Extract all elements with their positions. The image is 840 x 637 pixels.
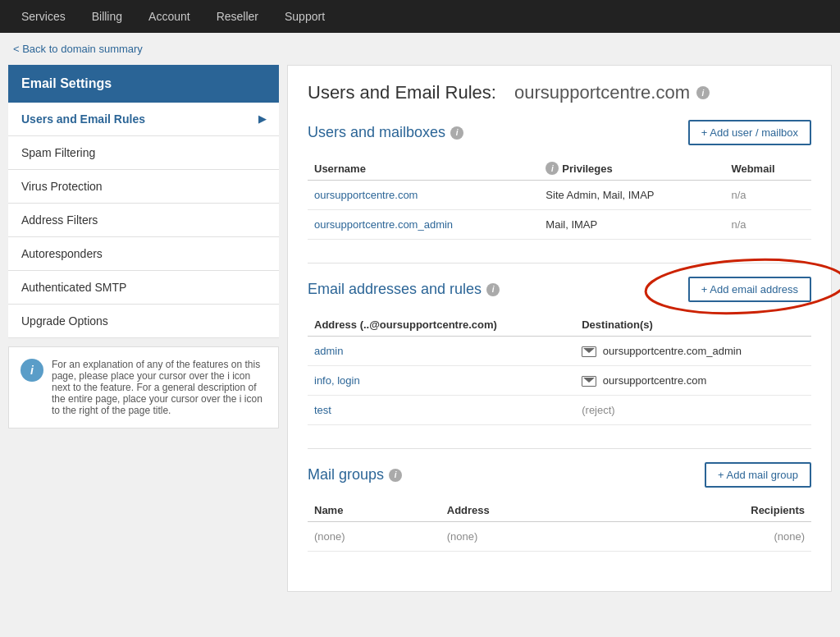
divider (308, 448, 811, 449)
nav-account[interactable]: Account (135, 0, 203, 33)
mail-groups-info-icon[interactable]: i (389, 469, 402, 482)
email-rules-info-icon[interactable]: i (486, 283, 500, 296)
sidebar-item-label: Spam Filtering (21, 146, 95, 159)
email-address-link[interactable]: info, login (314, 374, 360, 387)
user-privileges: Mail, IMAP (539, 210, 724, 240)
top-navigation: Services Billing Account Reseller Suppor… (0, 0, 840, 33)
sidebar-item-label: Users and Email Rules (21, 112, 145, 126)
sidebar-item-virus-protection[interactable]: Virus Protection (8, 170, 279, 204)
sidebar-item-upgrade-options[interactable]: Upgrade Options (8, 305, 279, 338)
users-table: Username i Privileges Webmail oursupport… (308, 157, 811, 240)
sidebar-title: Email Settings (8, 65, 279, 103)
sidebar-item-autoresponders[interactable]: Autoresponders (8, 237, 279, 271)
user-link[interactable]: oursupportcentre.com_admin (314, 218, 453, 231)
col-address: Address (..@oursupportcentre.com) (308, 314, 575, 337)
main-layout: Email Settings Users and Email Rules ▶ S… (0, 65, 840, 608)
email-addresses-header: Email addresses and rules i + Add email … (308, 277, 811, 302)
table-row: admin oursupportcentre.com_admin (308, 337, 811, 366)
table-row: info, login oursupportcentre.com (308, 366, 811, 396)
mail-groups-section: Mail groups i + Add mail group Name Addr… (308, 462, 811, 552)
email-destination: oursupportcentre.com_admin (575, 337, 811, 366)
add-email-address-button[interactable]: + Add email address (688, 277, 811, 302)
table-row: (none) (none) (none) (308, 522, 811, 552)
sidebar-item-label: Address Filters (21, 213, 98, 227)
add-user-mailbox-button[interactable]: + Add user / mailbox (688, 120, 811, 145)
mail-icon (582, 346, 596, 357)
table-row: oursupportcentre.com Site Admin, Mail, I… (308, 181, 811, 210)
email-addresses-section: Email addresses and rules i + Add email … (308, 277, 811, 425)
user-privileges: Site Admin, Mail, IMAP (539, 181, 724, 210)
email-addresses-title: Email addresses and rules i (308, 281, 500, 298)
col-webmail: Webmail (724, 157, 811, 181)
group-recipients: (none) (609, 522, 811, 552)
sidebar-item-authenticated-smtp[interactable]: Authenticated SMTP (8, 271, 279, 305)
group-address: (none) (441, 522, 609, 552)
privileges-info-icon[interactable]: i (546, 162, 559, 175)
sidebar: Email Settings Users and Email Rules ▶ S… (8, 65, 279, 592)
page-title-info-icon[interactable]: i (696, 86, 710, 99)
sidebar-item-label: Upgrade Options (21, 314, 108, 328)
mail-groups-title: Mail groups i (308, 466, 402, 483)
users-mailboxes-section: Users and mailboxes i + Add user / mailb… (308, 120, 811, 240)
mail-groups-header: Mail groups i + Add mail group (308, 462, 811, 488)
col-username: Username (308, 157, 539, 181)
col-name: Name (308, 499, 441, 522)
table-row: test (reject) (308, 396, 811, 425)
nav-billing[interactable]: Billing (79, 0, 135, 33)
nav-reseller[interactable]: Reseller (203, 0, 272, 33)
chevron-right-icon: ▶ (258, 113, 266, 125)
col-address: Address (441, 499, 609, 522)
add-mail-group-button[interactable]: + Add mail group (705, 462, 811, 488)
info-icon: i (21, 359, 43, 382)
group-name: (none) (308, 522, 441, 552)
col-destination: Destination(s) (575, 314, 811, 337)
sidebar-item-users-email-rules[interactable]: Users and Email Rules ▶ (8, 103, 279, 136)
col-recipients: Recipients (609, 499, 811, 522)
oval-annotation: + Add email address (688, 277, 811, 302)
sidebar-info-box: i For an explanation of any of the featu… (8, 346, 279, 428)
email-addresses-table: Address (..@oursupportcentre.com) Destin… (308, 314, 811, 425)
user-webmail: n/a (724, 210, 811, 240)
user-webmail: n/a (724, 181, 811, 210)
nav-services[interactable]: Services (8, 0, 79, 33)
users-mailboxes-info-icon[interactable]: i (450, 126, 463, 140)
sidebar-item-label: Authenticated SMTP (21, 281, 126, 294)
table-row: oursupportcentre.com_admin Mail, IMAP n/… (308, 210, 811, 240)
divider (308, 263, 811, 264)
sidebar-item-spam-filtering[interactable]: Spam Filtering (8, 136, 279, 170)
sidebar-info-text: For an explanation of any of the feature… (52, 359, 267, 416)
sidebar-item-label: Virus Protection (21, 180, 103, 193)
page-title: Users and Email Rules: oursupportcentre.… (308, 82, 811, 103)
users-mailboxes-header: Users and mailboxes i + Add user / mailb… (308, 120, 811, 145)
sidebar-item-address-filters[interactable]: Address Filters (8, 204, 279, 237)
users-mailboxes-title: Users and mailboxes i (308, 124, 463, 141)
email-destination: (reject) (575, 396, 811, 425)
breadcrumb: < Back to domain summary (0, 33, 840, 65)
mail-groups-table: Name Address Recipients (none) (none) (n… (308, 499, 811, 552)
back-link[interactable]: < Back to domain summary (13, 43, 143, 55)
col-privileges: i Privileges (539, 157, 724, 181)
main-content: Users and Email Rules: oursupportcentre.… (287, 65, 832, 592)
email-address-link[interactable]: test (314, 404, 331, 416)
email-destination: oursupportcentre.com (575, 366, 811, 396)
sidebar-item-label: Autoresponders (21, 247, 103, 260)
mail-icon (582, 376, 596, 387)
user-link[interactable]: oursupportcentre.com (314, 189, 418, 201)
nav-support[interactable]: Support (272, 0, 338, 33)
email-address-link[interactable]: admin (314, 345, 343, 357)
